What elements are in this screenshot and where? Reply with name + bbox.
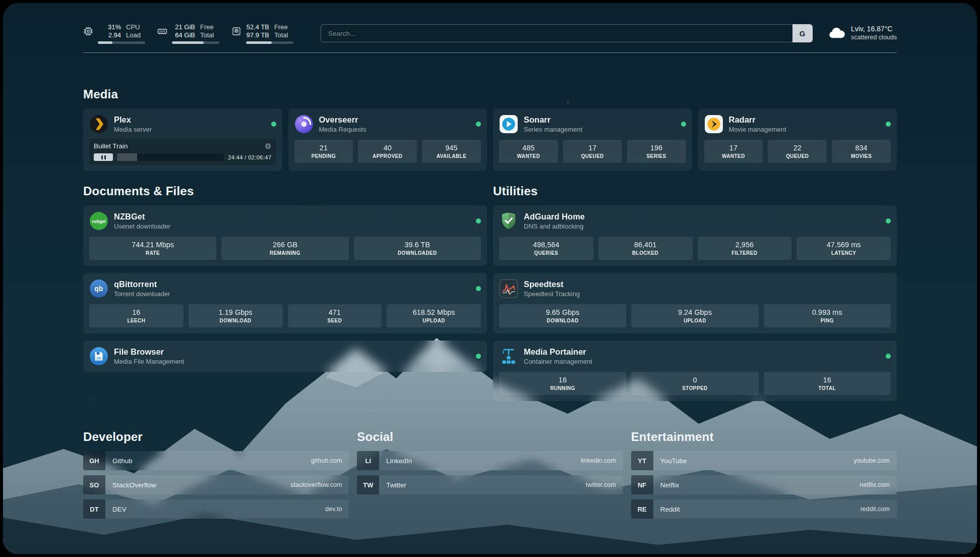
stat-download: 9.65 GbpsDOWNLOAD: [499, 304, 626, 327]
service-card-adguard[interactable]: AdGuard Home DNS and adblocking 498,564Q…: [493, 205, 897, 266]
section-title-media: Media: [83, 87, 897, 101]
service-card-portainer[interactable]: Media Portainer Container management 16R…: [493, 341, 897, 401]
svg-text:nzbget: nzbget: [92, 219, 105, 224]
cpu-load-value: 2.94: [98, 31, 121, 39]
stat-blocked: 86,401BLOCKED: [598, 237, 693, 260]
bookmark-name: Netflix: [660, 481, 680, 489]
service-subtitle: Series management: [524, 126, 582, 133]
status-dot: [681, 122, 686, 127]
section-title-utilities: Utilities: [493, 184, 897, 198]
radarr-icon: [704, 115, 723, 134]
service-card-sonarr[interactable]: Sonarr Series management 485WANTED 17QUE…: [493, 108, 692, 171]
bookmark-abbr: DT: [83, 499, 105, 519]
bookmark-name: Twitter: [386, 481, 406, 489]
stat-filtered: 2,956FILTERED: [698, 237, 792, 260]
section-title-documents: Documents & Files: [83, 184, 487, 198]
service-name: qBittorrent: [114, 280, 170, 289]
bookmark-stackoverflow[interactable]: SO StackOverflow stackoverflow.com: [83, 475, 349, 494]
adguard-icon: [499, 211, 518, 231]
screen: 31%CPU 2.94Load 21 GiBFree 64 GiBTotal: [0, 0, 980, 557]
weather-condition: scattered clouds: [851, 33, 897, 42]
section-title-entertainment: Entertainment: [631, 430, 897, 444]
service-card-radarr[interactable]: Radarr Movie management 17WANTED 22QUEUE…: [698, 108, 897, 171]
cloud-icon: [828, 26, 846, 41]
service-name: AdGuard Home: [524, 212, 585, 221]
service-card-speedtest[interactable]: Speedtest Speedtest Tracking 9.65 GbpsDO…: [493, 273, 897, 333]
bookmark-twitter[interactable]: TW Twitter twitter.com: [357, 475, 623, 494]
status-dot: [476, 286, 481, 291]
weather-location: Lviv, 16.87°C: [851, 25, 897, 33]
playback-progress-bar[interactable]: [117, 153, 224, 161]
bookmark-youtube[interactable]: YT YouTube youtube.com: [631, 451, 897, 470]
memory-free-value: 21 GiB: [172, 23, 195, 31]
bookmark-url: reddit.com: [861, 506, 897, 513]
dashboard-window: 31%CPU 2.94Load 21 GiBFree 64 GiBTotal: [3, 3, 977, 554]
bookmark-url: github.com: [311, 457, 349, 464]
stat-rate: 744.21 MbpsRATE: [89, 237, 216, 260]
service-subtitle: Torrent downloader: [114, 290, 170, 298]
search-bar: G: [321, 24, 813, 42]
service-card-overseerr[interactable]: Overseerr Media Requests 21PENDING 40APP…: [288, 108, 487, 171]
speedtest-icon: [499, 279, 518, 298]
stat-upload: 618.52 MbpsUPLOAD: [387, 304, 481, 327]
filebrowser-icon: [89, 347, 108, 366]
bookmark-url: linkedin.com: [581, 457, 623, 464]
section-social: Social LI LinkedIn linkedin.com TW Twitt…: [357, 430, 623, 499]
stat-remaining: 266 GBREMAINING: [221, 237, 348, 260]
stat-leech: 16LEECH: [89, 304, 183, 327]
service-name: NZBGet: [114, 212, 170, 221]
service-card-filebrowser[interactable]: File Browser Media File Management: [83, 341, 487, 372]
bookmark-abbr: SO: [83, 475, 105, 494]
disk-free-value: 52.4 TB: [246, 23, 269, 31]
search-input[interactable]: [321, 24, 792, 42]
status-dot: [886, 122, 891, 127]
section-title-developer: Developer: [83, 430, 349, 444]
sonarr-icon: [499, 115, 518, 134]
gear-icon[interactable]: ⚙: [265, 142, 271, 150]
disk-icon: [231, 26, 241, 38]
service-subtitle: Media Requests: [319, 126, 366, 133]
stat-total: 16TOTAL: [764, 372, 891, 395]
bookmark-github[interactable]: GH Github github.com: [83, 451, 349, 470]
disk-total-value: 97.9 TB: [246, 31, 269, 39]
stat-downloaded: 39.6 TBDOWNLOADED: [354, 237, 481, 260]
bookmark-abbr: GH: [83, 451, 105, 470]
bookmark-linkedin[interactable]: LI LinkedIn linkedin.com: [357, 451, 623, 470]
status-dot: [886, 218, 891, 224]
bookmark-reddit[interactable]: RE Reddit reddit.com: [631, 499, 897, 519]
bookmark-name: LinkedIn: [386, 457, 412, 465]
cpu-progress-bar: [98, 41, 145, 44]
now-playing-title: Bullet Train: [94, 142, 128, 150]
service-subtitle: Media File Management: [114, 358, 184, 365]
plex-icon: [89, 115, 108, 134]
cpu-percent: 31%: [98, 23, 121, 31]
stat-seed: 471SEED: [288, 304, 382, 327]
bookmark-name: Github: [112, 457, 133, 465]
stat-upload: 9.24 GbpsUPLOAD: [631, 304, 758, 327]
bookmark-abbr: RE: [631, 499, 653, 519]
service-card-qbittorrent[interactable]: qb qBittorrent Torrent downloader 16LEEC…: [83, 273, 487, 333]
stat-movies: 834MOVIES: [832, 140, 891, 163]
status-dot: [271, 122, 276, 127]
cpu-load-label: Load: [126, 31, 141, 39]
stat-download: 1.19 GbpsDOWNLOAD: [189, 304, 283, 327]
status-dot: [476, 218, 481, 224]
search-provider-button[interactable]: G: [792, 24, 813, 42]
bookmark-name: Reddit: [660, 506, 680, 513]
service-card-nzbget[interactable]: nzbget NZBGet Usenet downloader 744.21 M…: [83, 205, 487, 266]
bookmark-dev[interactable]: DT DEV dev.to: [83, 499, 349, 519]
bookmark-url: stackoverflow.com: [290, 481, 349, 488]
stat-approved: 40APPROVED: [358, 140, 417, 163]
bookmark-netflix[interactable]: NF Netflix netflix.com: [631, 475, 897, 494]
weather-widget[interactable]: Lviv, 16.87°C scattered clouds: [828, 25, 897, 42]
service-name: Speedtest: [524, 280, 580, 289]
cpu-label: CPU: [126, 23, 140, 31]
nzbget-icon: nzbget: [89, 211, 108, 231]
stat-queued: 22QUEUED: [768, 140, 827, 163]
pause-button[interactable]: [94, 153, 113, 161]
stat-running: 16RUNNING: [499, 372, 626, 395]
section-entertainment: Entertainment YT YouTube youtube.com NF …: [631, 430, 897, 524]
stat-wanted: 17WANTED: [704, 140, 763, 163]
section-media: Media Plex Media server: [83, 87, 897, 171]
service-card-plex[interactable]: Plex Media server Bullet Train ⚙: [83, 108, 282, 171]
